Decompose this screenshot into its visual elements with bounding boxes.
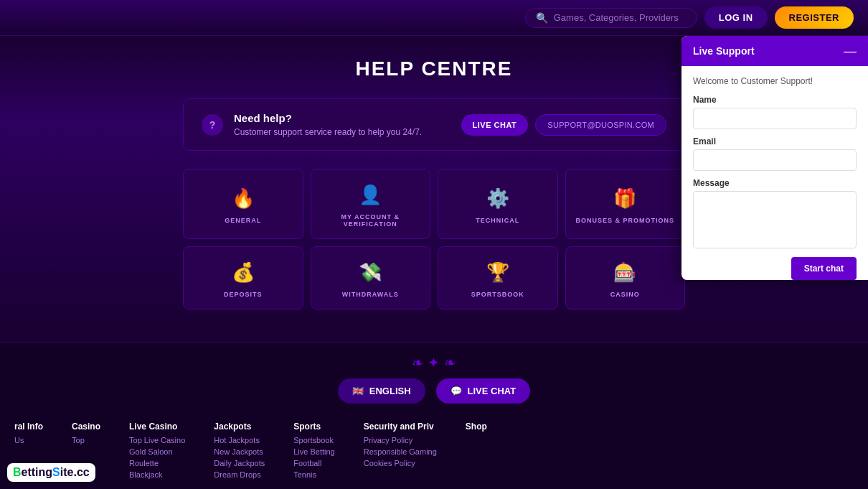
account-icon: 👤: [359, 184, 382, 206]
footer-col-sports: Sports Sportsbook Live Betting Football …: [293, 422, 334, 482]
support-email-button[interactable]: SUPPORT@DUOSPIN.COM: [535, 114, 666, 136]
footer-col-title-jackpots: Jackpots: [214, 422, 265, 432]
footer-logo: BettingSite.cc: [7, 463, 95, 482]
footer-link-cookies[interactable]: Cookies Policy: [364, 459, 437, 467]
name-input[interactable]: [693, 108, 857, 129]
deposits-label: DEPOSITS: [224, 291, 263, 298]
casino-icon: 🎰: [613, 261, 636, 284]
footer-links: ral Info Us Casino Top Live Casino Top L…: [14, 418, 854, 482]
search-bar[interactable]: 🔍 Games, Categories, Providers: [525, 8, 697, 28]
category-bonuses[interactable]: 🎁 BONUSES & PROMOTIONS: [565, 169, 686, 239]
categories-grid: 🔥 GENERAL 👤 MY ACCOUNT & VERIFICATION ⚙️…: [183, 169, 685, 309]
withdrawals-label: WITHDRAWALS: [342, 291, 399, 298]
footer-link-roulette[interactable]: Roulette: [129, 459, 185, 467]
language-button[interactable]: 🇬🇧 ENGLISH: [338, 378, 425, 404]
footer-link-new-jackpots[interactable]: New Jackpots: [214, 447, 265, 456]
footer-decorative: ❧ ✦ ❧: [14, 354, 854, 371]
flag-icon: 🇬🇧: [352, 386, 364, 396]
footer-link-daily-jackpots[interactable]: Daily Jackpots: [214, 459, 265, 467]
footer-col-title-live-casino: Live Casino: [129, 422, 185, 432]
question-icon: ?: [202, 114, 223, 136]
register-button[interactable]: REGISTER: [775, 6, 854, 29]
help-subtitle: Customer support service ready to help y…: [234, 127, 422, 137]
footer-col-title-shop: Shop: [466, 422, 487, 432]
withdrawals-icon: 💸: [359, 261, 382, 284]
chat-icon: 💬: [450, 386, 462, 396]
email-label: Email: [693, 136, 857, 146]
casino-label: CASINO: [610, 291, 640, 298]
category-deposits[interactable]: 💰 DEPOSITS: [183, 246, 303, 309]
account-label: MY ACCOUNT & VERIFICATION: [319, 213, 423, 228]
footer-col-title-casino: Casino: [72, 422, 100, 432]
footer-section: ❧ ✦ ❧ 🇬🇧 ENGLISH 💬 LIVE CHAT ral Info Us…: [0, 343, 868, 489]
search-icon: 🔍: [536, 12, 548, 24]
welcome-text: Welcome to Customer Support!: [693, 76, 857, 86]
help-left: ? Need help? Customer support service re…: [202, 112, 422, 137]
footer-col-title-general: ral Info: [14, 422, 43, 432]
chat-label: LIVE CHAT: [468, 386, 516, 396]
footer-col-live-casino: Live Casino Top Live Casino Gold Saloon …: [129, 422, 185, 482]
footer-col-jackpots: Jackpots Hot Jackpots New Jackpots Daily…: [214, 422, 265, 482]
footer-col-security: Security and Priv Privacy Policy Respons…: [364, 422, 437, 482]
footer-link-sportsbook[interactable]: Sportsbook: [293, 436, 334, 444]
technical-label: TECHNICAL: [476, 217, 519, 224]
footer-link-hot-jackpots[interactable]: Hot Jackpots: [214, 436, 265, 444]
login-button[interactable]: LOG IN: [704, 6, 768, 29]
category-casino[interactable]: 🎰 CASINO: [565, 246, 686, 309]
message-input[interactable]: [693, 191, 857, 248]
bonuses-label: BONUSES & PROMOTIONS: [575, 217, 674, 224]
general-label: GENERAL: [225, 217, 261, 224]
live-chat-button[interactable]: LIVE CHAT: [461, 114, 529, 136]
help-title: Need help?: [234, 112, 422, 124]
footer-link-tennis[interactable]: Tennis: [293, 470, 334, 479]
footer-link-responsible[interactable]: Responsible Gaming: [364, 447, 437, 456]
start-chat-button[interactable]: Start chat: [791, 257, 857, 280]
category-sportsbook[interactable]: 🏆 SPORTSBOOK: [438, 246, 558, 309]
footer-col-title-security: Security and Priv: [364, 422, 437, 432]
live-chat-footer-button[interactable]: 💬 LIVE CHAT: [436, 378, 531, 404]
live-support-body: Welcome to Customer Support! Name Email …: [681, 66, 868, 261]
help-box: ? Need help? Customer support service re…: [183, 98, 685, 151]
footer-link-live-betting[interactable]: Live Betting: [293, 447, 334, 456]
category-technical[interactable]: ⚙️ TECHNICAL: [438, 169, 558, 239]
footer-link-football[interactable]: Football: [293, 459, 334, 467]
footer-link-us[interactable]: Us: [14, 436, 43, 444]
footer-link-top-live[interactable]: Top Live Casino: [129, 436, 185, 444]
search-placeholder: Games, Categories, Providers: [554, 12, 679, 23]
general-icon: 🔥: [232, 187, 255, 210]
message-label: Message: [693, 178, 857, 188]
minimize-button[interactable]: —: [844, 45, 857, 57]
help-text: Need help? Customer support service read…: [234, 112, 422, 137]
email-input[interactable]: [693, 149, 857, 171]
category-account[interactable]: 👤 MY ACCOUNT & VERIFICATION: [311, 169, 431, 239]
live-support-header: Live Support —: [681, 36, 868, 66]
footer-col-shop: Shop: [466, 422, 487, 482]
sportsbook-icon: 🏆: [486, 261, 509, 284]
footer-link-privacy[interactable]: Privacy Policy: [364, 436, 437, 444]
category-withdrawals[interactable]: 💸 WITHDRAWALS: [311, 246, 431, 309]
bonuses-icon: 🎁: [613, 187, 636, 210]
language-label: ENGLISH: [369, 386, 411, 396]
footer-col-title-sports: Sports: [293, 422, 334, 432]
technical-icon: ⚙️: [486, 187, 509, 210]
live-support-panel: Live Support — Welcome to Customer Suppo…: [681, 36, 868, 280]
footer-link-top[interactable]: Top: [72, 436, 100, 444]
footer-link-dream-drops[interactable]: Dream Drops: [214, 470, 265, 479]
live-support-title: Live Support: [693, 45, 755, 57]
footer-link-gold-saloon[interactable]: Gold Saloon: [129, 447, 185, 456]
header: 🔍 Games, Categories, Providers LOG IN RE…: [0, 0, 868, 36]
sportsbook-label: SPORTSBOOK: [471, 291, 524, 298]
footer-link-blackjack[interactable]: Blackjack: [129, 470, 185, 479]
deposits-icon: 💰: [232, 261, 255, 284]
footer-buttons: 🇬🇧 ENGLISH 💬 LIVE CHAT: [14, 378, 854, 404]
category-general[interactable]: 🔥 GENERAL: [183, 169, 303, 239]
name-label: Name: [693, 95, 857, 105]
help-right: LIVE CHAT SUPPORT@DUOSPIN.COM: [461, 114, 666, 136]
